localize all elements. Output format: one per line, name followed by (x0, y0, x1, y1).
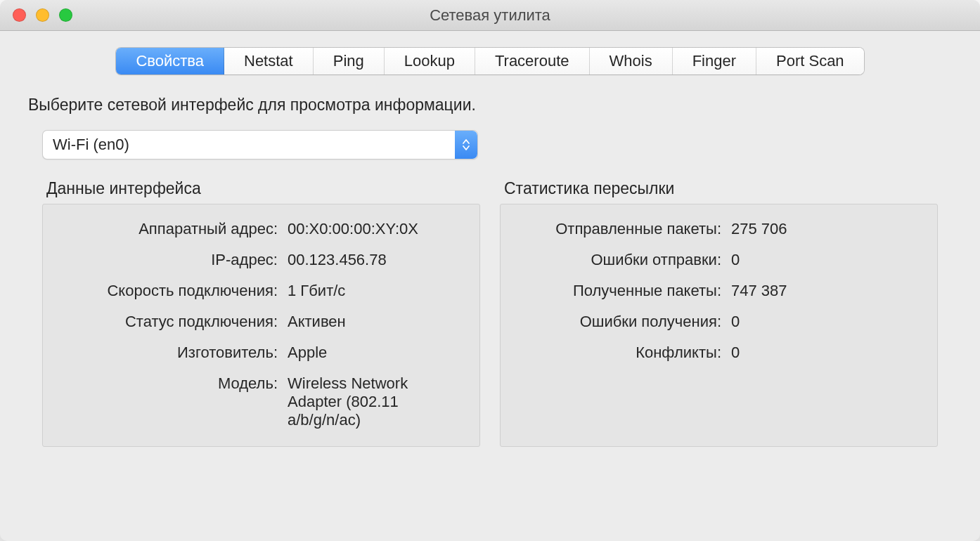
tab-properties[interactable]: Свойства (116, 48, 224, 74)
tab-finger[interactable]: Finger (673, 48, 756, 74)
speed-value: 1 Гбит/с (288, 282, 463, 300)
panels: Данные интерфейса Аппаратный адрес: 00:X… (42, 179, 938, 447)
interface-info-panel: Аппаратный адрес: 00:X0:00:00:XY:0X IP-а… (42, 204, 480, 447)
model-value: Wireless Network Adapter (802.11 a/b/g/n… (288, 374, 463, 429)
transfer-stats-title: Статистика пересылки (500, 179, 938, 198)
status-value: Активен (288, 313, 463, 331)
tab-lookup[interactable]: Lookup (385, 48, 475, 74)
send-err-value: 0 (731, 251, 920, 269)
tab-portscan[interactable]: Port Scan (756, 48, 864, 74)
close-button[interactable] (13, 8, 26, 22)
model-label: Модель: (60, 374, 278, 393)
zoom-button[interactable] (59, 8, 72, 22)
window-title: Сетевая утилита (0, 6, 980, 25)
collisions-value: 0 (731, 344, 920, 362)
minimize-button[interactable] (36, 8, 49, 22)
collisions-label: Конфликты: (517, 344, 721, 362)
recv-label: Полученные пакеты: (517, 282, 721, 300)
interface-info-grid: Аппаратный адрес: 00:X0:00:00:XY:0X IP-а… (60, 220, 463, 429)
recv-value: 747 387 (731, 282, 920, 300)
interface-info-group: Данные интерфейса Аппаратный адрес: 00:X… (42, 179, 480, 447)
transfer-stats-panel: Отправленные пакеты: 275 706 Ошибки отпр… (500, 204, 938, 447)
title-bar: Сетевая утилита (0, 0, 980, 31)
interface-select-value: Wi-Fi (en0) (53, 136, 129, 154)
tab-bar: Свойства Netstat Ping Lookup Traceroute … (0, 31, 980, 74)
chevron-up-down-icon (455, 131, 477, 159)
vendor-label: Изготовитель: (60, 344, 278, 362)
ip-label: IP-адрес: (60, 251, 278, 269)
sent-value: 275 706 (731, 220, 920, 238)
transfer-stats-grid: Отправленные пакеты: 275 706 Ошибки отпр… (517, 220, 920, 362)
recv-err-label: Ошибки получения: (517, 313, 721, 331)
interface-select-wrap: Wi-Fi (en0) (42, 130, 952, 159)
speed-label: Скорость подключения: (60, 282, 278, 300)
traffic-lights (0, 8, 72, 22)
recv-err-value: 0 (731, 313, 920, 331)
tab-traceroute[interactable]: Traceroute (475, 48, 590, 74)
app-window: Сетевая утилита Свойства Netstat Ping Lo… (0, 0, 980, 541)
tab-ping[interactable]: Ping (314, 48, 385, 74)
tabs: Свойства Netstat Ping Lookup Traceroute … (116, 48, 863, 74)
ip-value: 00.123.456.78 (288, 251, 463, 269)
status-label: Статус подключения: (60, 313, 278, 331)
tab-netstat[interactable]: Netstat (224, 48, 314, 74)
instruction-text: Выберите сетевой интерфейс для просмотра… (28, 96, 952, 115)
interface-select[interactable]: Wi-Fi (en0) (42, 130, 478, 159)
send-err-label: Ошибки отправки: (517, 251, 721, 269)
hw-addr-label: Аппаратный адрес: (60, 220, 278, 238)
hw-addr-value: 00:X0:00:00:XY:0X (288, 220, 463, 238)
vendor-value: Apple (288, 344, 463, 362)
content-area: Выберите сетевой интерфейс для просмотра… (0, 74, 980, 541)
interface-info-title: Данные интерфейса (42, 179, 480, 198)
transfer-stats-group: Статистика пересылки Отправленные пакеты… (500, 179, 938, 447)
sent-label: Отправленные пакеты: (517, 220, 721, 238)
tab-whois[interactable]: Whois (590, 48, 673, 74)
